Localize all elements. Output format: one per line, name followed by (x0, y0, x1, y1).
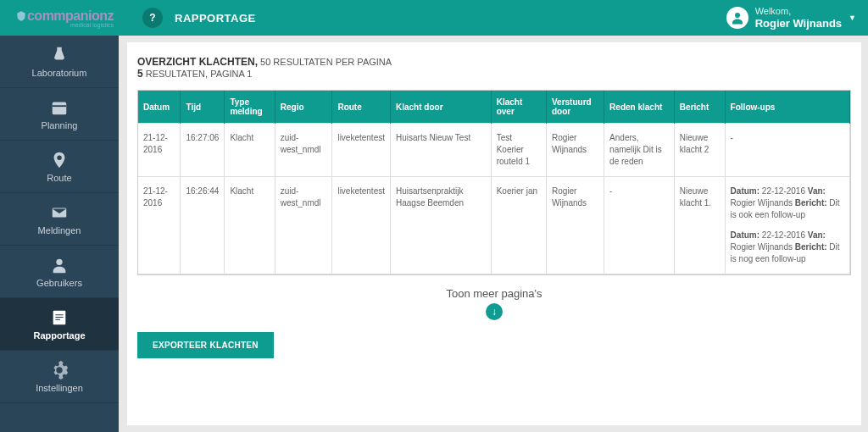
sidebar-item-meldingen[interactable]: Meldingen (0, 193, 119, 246)
table-row: 21-12-201616:27:06Klachtzuid-west_nmdlli… (138, 124, 850, 177)
th-followups[interactable]: Follow-ups (725, 91, 849, 124)
svg-point-0 (735, 13, 740, 18)
overview-count: 5 (137, 68, 143, 80)
complaints-table: Datum Tijd Type melding Regio Route Klac… (138, 91, 850, 274)
show-more-button[interactable]: ↓ (486, 303, 503, 320)
sidebar-item-route[interactable]: Route (0, 141, 119, 193)
avatar (726, 7, 748, 29)
cell-klachtover: Test Koerier routeId 1 (491, 124, 546, 177)
sidebar-item-label: Planning (42, 120, 78, 130)
chevron-down-icon: ▼ (849, 14, 856, 22)
cell-followups: Datum: 22-12-2016 Van: Rogier Wijnands B… (725, 177, 849, 274)
cell-bericht: Nieuwe klacht 1. (674, 177, 725, 274)
welcome-text: Welkom, (755, 6, 842, 17)
sidebar-item-label: Meldingen (38, 225, 81, 235)
cell-route: liveketentest (332, 124, 391, 177)
sidebar-item-label: Laboratorium (32, 68, 87, 78)
th-klachtover[interactable]: Klacht over (491, 91, 546, 124)
gear-icon (50, 361, 69, 379)
page-title: RAPPORTAGE (175, 12, 256, 25)
breadcrumb: OVERZICHT KLACHTEN, 50 RESULTATEN PER PA… (137, 56, 851, 80)
th-reden[interactable]: Reden klacht (604, 91, 675, 124)
sidebar-item-label: Gebruikers (36, 278, 82, 288)
header: commpanionz medical logistics ? RAPPORTA… (0, 0, 868, 36)
overview-perpage: 50 RESULTATEN PER PAGINA (260, 57, 392, 67)
svg-point-3 (56, 258, 62, 264)
logo-icon (15, 10, 27, 22)
th-route[interactable]: Route (332, 91, 391, 124)
pin-icon (50, 151, 69, 169)
cell-followups: - (725, 124, 849, 177)
cell-verstuurd: Rogier Wijnands (546, 177, 604, 274)
sidebar-item-rapportage[interactable]: Rapportage (0, 298, 119, 351)
sidebar-item-instellingen[interactable]: Instellingen (0, 351, 119, 403)
sidebar-item-label: Rapportage (33, 330, 85, 341)
cell-bericht: Nieuwe klacht 2 (674, 124, 725, 177)
cell-tijd: 16:26:44 (181, 177, 225, 274)
cell-klachtdoor: Huisarts Nieuw Test (391, 124, 492, 177)
th-tijd[interactable]: Tijd (181, 91, 225, 124)
table-header-row: Datum Tijd Type melding Regio Route Klac… (138, 91, 850, 124)
show-more-label: Toon meer pagina's (137, 287, 851, 300)
arrow-down-icon: ↓ (492, 306, 497, 318)
cell-klachtover: Koerier jan (491, 177, 546, 274)
th-bericht[interactable]: Bericht (674, 91, 725, 124)
logo: commpanionz medical logistics (0, 0, 129, 36)
sidebar-item-label: Instellingen (36, 383, 83, 393)
cell-tijd: 16:27:06 (181, 124, 225, 177)
cell-regio: zuid-west_nmdl (275, 177, 332, 274)
cell-type: Klacht (225, 177, 275, 274)
svg-rect-1 (53, 102, 67, 114)
username: Rogier Wijnands (755, 17, 842, 30)
cell-regio: zuid-west_nmdl (275, 124, 332, 177)
content: OVERZICHT KLACHTEN, 50 RESULTATEN PER PA… (119, 0, 868, 432)
cell-datum: 21-12-2016 (138, 124, 181, 177)
show-more: Toon meer pagina's ↓ (137, 287, 851, 320)
brand-name: commpanionz (27, 8, 114, 24)
export-button[interactable]: EXPORTEER KLACHTEN (137, 332, 274, 358)
cell-verstuurd: Rogier Wijnands (546, 124, 604, 177)
th-verstuurd[interactable]: Verstuurd door (546, 91, 604, 124)
cell-klachtdoor: Huisartsenpraktijk Haagse Beemden (391, 177, 492, 274)
sidebar-item-gebruikers[interactable]: Gebruikers (0, 246, 119, 298)
cell-route: liveketentest (332, 177, 391, 274)
report-icon (50, 308, 69, 327)
mail-icon (50, 203, 69, 222)
sidebar-item-laboratorium[interactable]: Laboratorium (0, 36, 119, 88)
panel: OVERZICHT KLACHTEN, 50 RESULTATEN PER PA… (127, 42, 861, 425)
table-row: 21-12-201616:26:44Klachtzuid-west_nmdlli… (138, 177, 850, 274)
overview-title: OVERZICHT KLACHTEN, (137, 56, 258, 68)
th-regio[interactable]: Regio (275, 91, 332, 124)
cell-datum: 21-12-2016 (138, 177, 181, 274)
cell-reden: Anders, namelijk Dit is de reden (604, 124, 675, 177)
th-datum[interactable]: Datum (138, 91, 181, 124)
microscope-icon (50, 46, 69, 64)
user-menu[interactable]: Welkom, Rogier Wijnands ▼ (726, 6, 856, 30)
sidebar: Laboratorium Planning Route Meldingen Ge… (0, 0, 119, 432)
th-klachtdoor[interactable]: Klacht door (391, 91, 492, 124)
overview-countlabel: RESULTATEN, PAGINA 1 (146, 69, 253, 79)
user-icon (50, 256, 69, 274)
sidebar-item-planning[interactable]: Planning (0, 88, 119, 141)
th-type[interactable]: Type melding (225, 91, 275, 124)
help-button[interactable]: ? (142, 8, 163, 28)
calendar-icon (50, 98, 69, 117)
cell-type: Klacht (225, 124, 275, 177)
sidebar-item-label: Route (47, 173, 71, 183)
user-icon (730, 10, 745, 25)
cell-reden: - (604, 177, 675, 274)
